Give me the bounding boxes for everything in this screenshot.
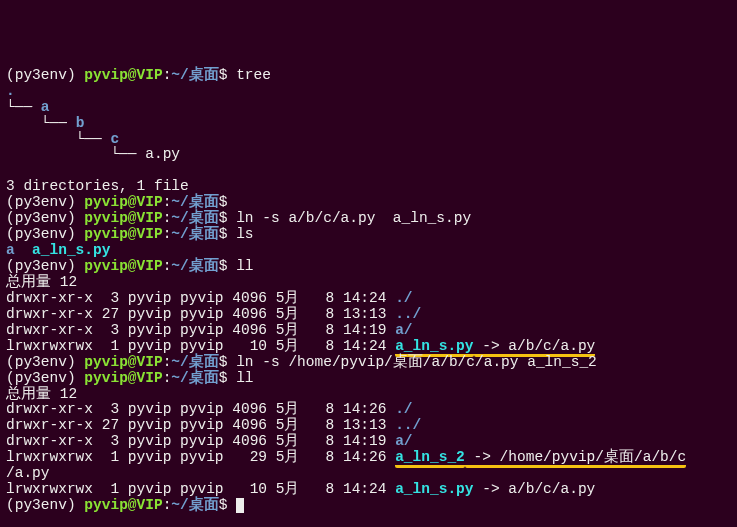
ll-name: ./ (395, 290, 412, 306)
dollar: $ (219, 194, 228, 210)
ll-name: a/ (395, 322, 412, 338)
ll-row: drwxr-xr-x 27 pyvip pyvip 4096 5月 8 13:1… (6, 417, 395, 433)
prompt: (py3env) pyvip@VIP:~/桌面$ (6, 258, 227, 274)
cwd: ~/桌面 (171, 354, 218, 370)
sp (15, 242, 32, 258)
ll-row: drwxr-xr-x 3 pyvip pyvip 4096 5月 8 14:26 (6, 401, 395, 417)
ll-row: drwxr-xr-x 27 pyvip pyvip 4096 5月 8 13:1… (6, 306, 395, 322)
cmd-ls: ls (227, 226, 253, 242)
ls-dir-a: a (6, 242, 15, 258)
cwd: ~/桌面 (171, 370, 218, 386)
tree-branch: └── (6, 99, 41, 115)
env: (py3env) (6, 354, 84, 370)
cmd-ll: ll (227, 258, 253, 274)
ll-name: ../ (395, 417, 421, 433)
cwd: ~/桌面 (171, 194, 218, 210)
user-host: pyvip@VIP (84, 258, 162, 274)
cwd: ~/桌面 (171, 226, 218, 242)
prompt: (py3env) pyvip@VIP:~/桌面$ (6, 194, 227, 210)
tree-root: . (6, 83, 15, 99)
prompt: (py3env) pyvip@VIP:~/桌面$ (6, 210, 227, 226)
tree-dir-a: a (41, 99, 50, 115)
ll-row: drwxr-xr-x 3 pyvip pyvip 4096 5月 8 14:24 (6, 290, 395, 306)
user-host: pyvip@VIP (84, 226, 162, 242)
tree-file: └── a.py (6, 146, 180, 162)
ll-symlink: a_ln_s.py (395, 481, 473, 497)
env: (py3env) (6, 258, 84, 274)
tree-summary: 3 directories, 1 file (6, 178, 189, 194)
ll-symlink-2: a_ln_s_2 (395, 449, 465, 468)
ll-arrow-cont: /a.py (6, 465, 50, 481)
user-host: pyvip@VIP (84, 67, 162, 83)
prompt: (py3env) pyvip@VIP:~/桌面$ (6, 226, 227, 242)
ll-row: drwxr-xr-x 3 pyvip pyvip 4096 5月 8 14:19 (6, 322, 395, 338)
user-host: pyvip@VIP (84, 210, 162, 226)
env: (py3env) (6, 370, 84, 386)
env: (py3env) (6, 194, 84, 210)
env: (py3env) (6, 210, 84, 226)
ll-arrow: -> a/b/c/a.py (474, 481, 596, 497)
total: 总用量 12 (6, 386, 77, 402)
user-host: pyvip@VIP (84, 370, 162, 386)
tree-branch: └── (6, 131, 110, 147)
tree-dir-c: c (110, 131, 119, 147)
cmd-ln: ln -s a/b/c/a.py a_ln_s.py (227, 210, 471, 226)
cmd-tree: tree (227, 67, 271, 83)
tree-dir-b: b (76, 115, 85, 131)
prompt: (py3env) pyvip@VIP:~/桌面$ (6, 370, 227, 386)
user-host: pyvip@VIP (84, 497, 162, 513)
prompt: (py3env) pyvip@VIP:~/桌面$ (6, 67, 227, 83)
prompt: (py3env) pyvip@VIP:~/桌面$ (6, 354, 227, 370)
ll-name: a/ (395, 433, 412, 449)
cmd-ll2: ll (227, 370, 253, 386)
tree-branch: └── (6, 115, 76, 131)
env: (py3env) (6, 226, 84, 242)
total: 总用量 12 (6, 274, 77, 290)
prompt: (py3env) pyvip@VIP:~/桌面$ (6, 497, 227, 513)
cursor[interactable] (236, 498, 244, 513)
ll-name: ./ (395, 401, 412, 417)
ll-row: lrwxrwxrwx 1 pyvip pyvip 10 5月 8 14:24 (6, 338, 395, 354)
sp (227, 497, 236, 513)
cwd: ~/桌面 (171, 210, 218, 226)
terminal[interactable]: (py3env) pyvip@VIP:~/桌面$ tree . └── a └─… (0, 64, 737, 518)
ll-row: lrwxrwxrwx 1 pyvip pyvip 29 5月 8 14:26 (6, 449, 395, 465)
ll-row: lrwxrwxrwx 1 pyvip pyvip 10 5月 8 14:24 (6, 481, 395, 497)
env: (py3env) (6, 497, 84, 513)
ll-name: ../ (395, 306, 421, 322)
ll-arrow: -> /home/pyvip/桌面/a/b/c (465, 449, 686, 468)
cwd: ~/桌面 (171, 497, 218, 513)
cwd: ~/桌面 (171, 67, 218, 83)
cwd: ~/桌面 (171, 258, 218, 274)
ll-row: drwxr-xr-x 3 pyvip pyvip 4096 5月 8 14:19 (6, 433, 395, 449)
user-host: pyvip@VIP (84, 194, 162, 210)
user-host: pyvip@VIP (84, 354, 162, 370)
ls-symlink: a_ln_s.py (32, 242, 110, 258)
env: (py3env) (6, 67, 84, 83)
cmd-ln2: ln -s /home/pyvip/桌面/a/b/c/a.py a_ln_s_2 (227, 354, 596, 370)
